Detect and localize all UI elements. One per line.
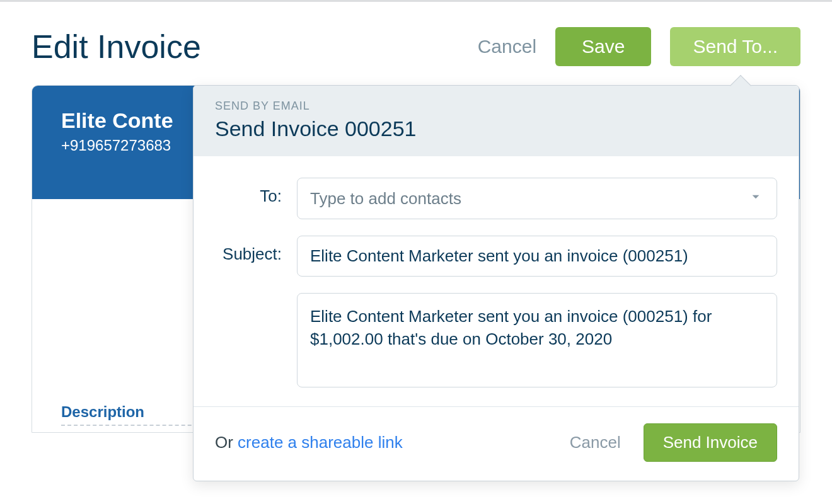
to-label: To:: [215, 178, 297, 206]
form-row-body: [215, 293, 777, 390]
form-row-to: To:: [215, 178, 777, 219]
body-textarea[interactable]: [297, 293, 777, 387]
subject-field-wrapper: [297, 236, 777, 277]
chevron-down-icon[interactable]: [748, 188, 764, 209]
popover-cancel-button[interactable]: Cancel: [570, 433, 621, 452]
cancel-button[interactable]: Cancel: [478, 36, 536, 57]
send-popover: SEND BY EMAIL Send Invoice 000251 To: Su…: [193, 85, 799, 481]
to-input-box[interactable]: [297, 178, 777, 219]
footer-left: Or create a shareable link: [215, 433, 403, 452]
subject-input[interactable]: [310, 246, 764, 266]
footer-right: Cancel Send Invoice: [570, 423, 777, 462]
header-actions: Cancel Save Send To...: [478, 27, 800, 66]
body-label-spacer: [215, 293, 297, 302]
content-area: Elite Conte +919657273683 Description SE…: [0, 85, 832, 433]
send-invoice-button[interactable]: Send Invoice: [644, 423, 777, 462]
page-title: Edit Invoice: [32, 28, 201, 66]
to-field-wrapper: [297, 178, 777, 219]
form-row-subject: Subject:: [215, 236, 777, 277]
create-shareable-link[interactable]: create a shareable link: [238, 433, 403, 452]
send-to-button[interactable]: Send To...: [670, 27, 800, 66]
popover-footer: Or create a shareable link Cancel Send I…: [194, 406, 799, 481]
popover-eyebrow: SEND BY EMAIL: [215, 100, 777, 113]
popover-header: SEND BY EMAIL Send Invoice 000251: [194, 86, 799, 156]
page-header: Edit Invoice Cancel Save Send To...: [0, 2, 832, 85]
popover-title: Send Invoice 000251: [215, 117, 777, 141]
popover-body: To: Subject:: [194, 156, 799, 406]
to-input[interactable]: [310, 189, 748, 209]
subject-input-box[interactable]: [297, 236, 777, 277]
save-button[interactable]: Save: [555, 27, 651, 66]
body-field-wrapper: [297, 293, 777, 390]
footer-or-text: Or: [215, 433, 238, 452]
subject-label: Subject:: [215, 236, 297, 264]
